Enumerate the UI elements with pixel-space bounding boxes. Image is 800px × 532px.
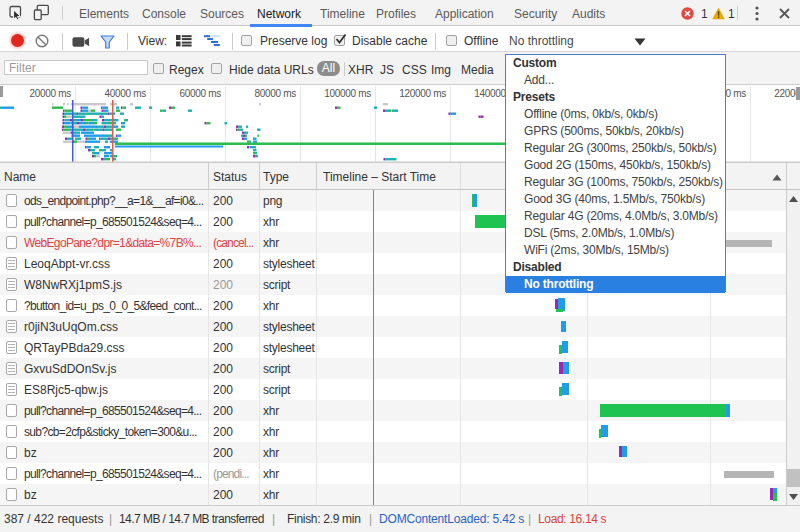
svg-text:80000 ms: 80000 ms [254, 88, 296, 99]
svg-text:40000 ms: 40000 ms [104, 88, 146, 99]
svg-text:60000 ms: 60000 ms [179, 88, 221, 99]
svg-text:120000 ms: 120000 ms [399, 88, 446, 99]
svg-text:100000 ms: 100000 ms [324, 88, 371, 99]
svg-text:20000 ms: 20000 ms [29, 88, 71, 99]
